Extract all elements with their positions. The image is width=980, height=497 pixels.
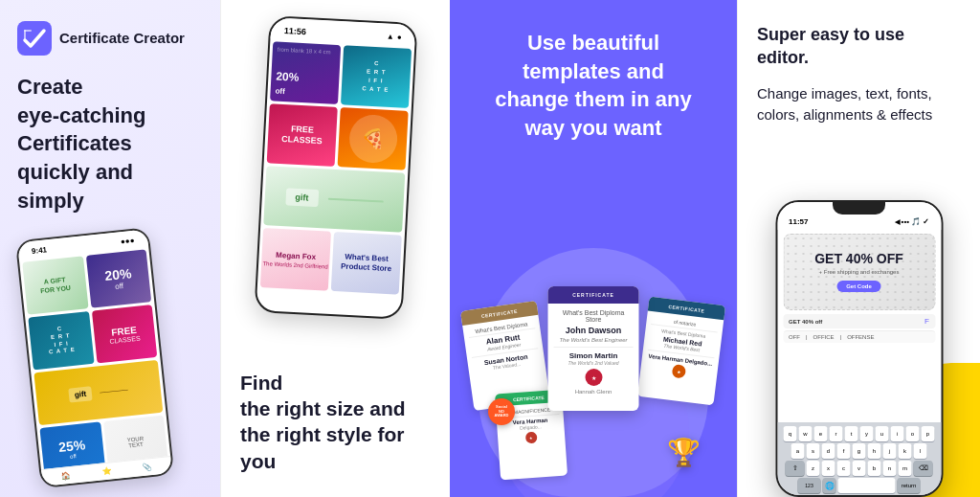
editor-input: GET 40% off bbox=[789, 319, 822, 325]
phone-time-4: 11:57 bbox=[789, 217, 808, 226]
logo-area: Certificate Creator bbox=[17, 21, 203, 56]
panel4-heading: Super easy to use editor. bbox=[757, 23, 961, 70]
panel-intro: Certificate Creator Create eye-catching … bbox=[0, 0, 220, 497]
panel1-mockup: 9:41 ●●● A GIFTFOR YOU 20% off bbox=[17, 232, 203, 497]
panel-templates: Use beautiful templates and change them … bbox=[450, 0, 737, 497]
divider-1: | bbox=[806, 334, 808, 340]
svg-rect-0 bbox=[17, 21, 52, 56]
app-logo-icon bbox=[17, 21, 52, 56]
panel-find-size: 11:56 ▲ ● from blank 18 x 4 cm 20%off CE… bbox=[220, 0, 450, 497]
promo-sub: + Free shipping and exchanges bbox=[793, 269, 924, 275]
panel3-text: Use beautiful templates and change them … bbox=[473, 29, 714, 143]
panel4-subtext: Change images, text, fonts, colors, alig… bbox=[757, 83, 961, 126]
panel-editor: Super easy to use editor. Change images,… bbox=[737, 0, 980, 497]
promo-text: GET 40% OFF bbox=[793, 252, 924, 266]
suggest-1: OFF bbox=[789, 334, 800, 340]
phone-time-2: 11:56 bbox=[283, 26, 306, 36]
promo-btn: Get Code bbox=[836, 281, 881, 292]
panel3-heading: Use beautiful templates and change them … bbox=[473, 29, 714, 143]
panel2-heading: Find the right size and the right style … bbox=[240, 370, 440, 474]
suggest-3: OFFENSE bbox=[847, 334, 874, 340]
panel4-text: Super easy to use editor. Change images,… bbox=[757, 23, 961, 126]
divider-2: | bbox=[840, 334, 842, 340]
app-name: Certificate Creator bbox=[59, 30, 185, 47]
panel2-text: Find the right size and the right style … bbox=[240, 370, 440, 474]
suggest-2: OFFICE bbox=[813, 334, 835, 340]
tagline: Create eye-catching Certificates quickly… bbox=[17, 73, 203, 215]
